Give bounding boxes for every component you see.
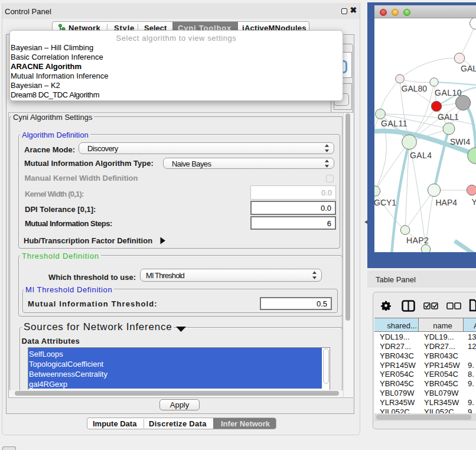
svg-text:SWI4: SWI4 bbox=[450, 137, 470, 146]
svg-text:GAL4: GAL4 bbox=[410, 151, 432, 160]
svg-text:GAL11: GAL11 bbox=[381, 119, 407, 128]
svg-text:GAL10: GAL10 bbox=[435, 88, 462, 97]
svg-text:HAP4: HAP4 bbox=[436, 198, 458, 207]
svg-text:GAL1: GAL1 bbox=[438, 112, 459, 122]
svg-text:YEL: YEL bbox=[472, 197, 476, 207]
svg-text:HAP2: HAP2 bbox=[406, 236, 429, 245]
svg-text:GCY1: GCY1 bbox=[374, 198, 396, 207]
svg-text:GAL7: GAL7 bbox=[461, 64, 476, 73]
svg-text:GAL80: GAL80 bbox=[402, 84, 428, 93]
